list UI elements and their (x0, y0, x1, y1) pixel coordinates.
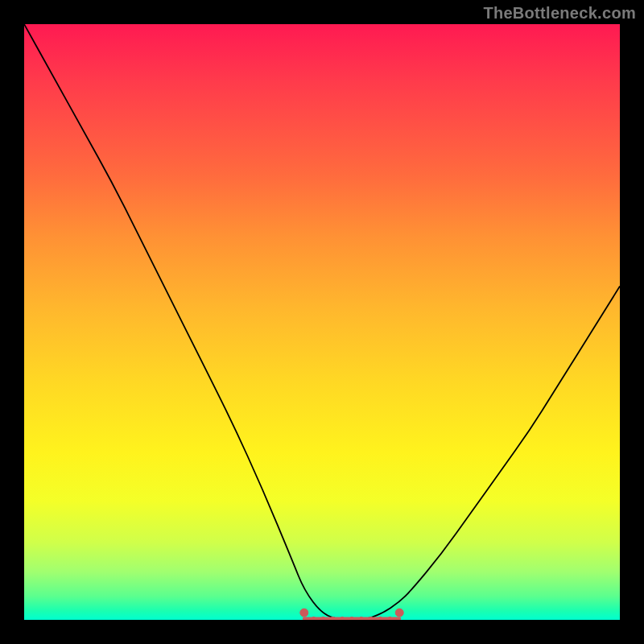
chart-frame: TheBottleneck.com (0, 0, 644, 644)
gradient-plot-area (24, 24, 620, 620)
watermark-text: TheBottleneck.com (483, 4, 636, 23)
